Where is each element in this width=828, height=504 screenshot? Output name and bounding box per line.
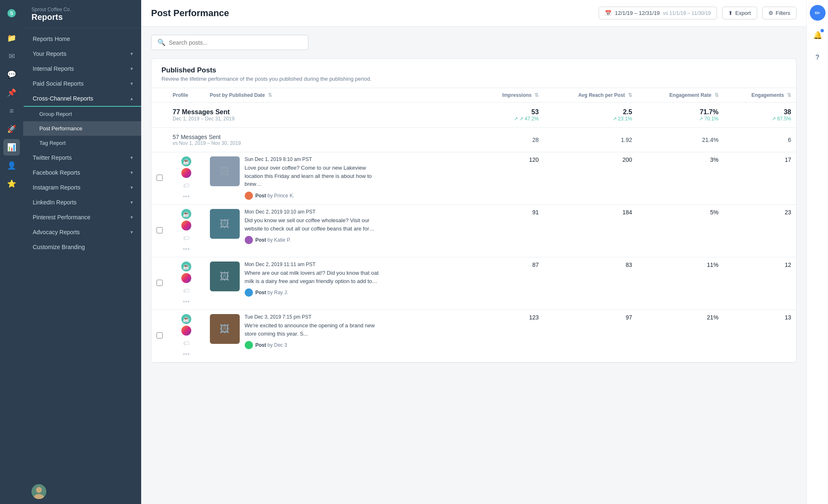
chevron-down-icon: ▾ — [130, 185, 133, 190]
sidebar-item-linkedin-reports[interactable]: LinkedIn Reports ▾ — [23, 195, 141, 210]
row-icons-cell: ☕ 🏷 ••• — [168, 205, 205, 257]
tag-icon[interactable]: 🏷 — [183, 287, 190, 295]
row-checkbox[interactable] — [156, 280, 163, 286]
chevron-down-icon: ▾ — [130, 66, 133, 72]
row-engagements: 17 — [724, 152, 797, 205]
compare-range-text: vs 11/1/19 – 11/30/19 — [663, 10, 711, 16]
row-engagement-rate: 3% — [637, 152, 724, 205]
summary-avg-reach: 2.5 — [549, 108, 632, 116]
more-options-icon[interactable]: ••• — [183, 245, 190, 253]
chevron-down-icon: ▾ — [130, 199, 133, 205]
sidebar-item-your-reports[interactable]: Your Reports ▾ — [23, 46, 141, 61]
coffee-icon: ☕ — [181, 156, 191, 166]
compare-engagements: 6 — [729, 137, 792, 143]
more-options-icon[interactable]: ••• — [183, 350, 190, 358]
sidebar-item-cross-channel-reports[interactable]: Cross-Channel Reports ▴ — [23, 91, 141, 107]
row-checkbox-cell[interactable] — [152, 205, 168, 257]
sort-icon: ⇅ — [715, 92, 719, 98]
row-checkbox-cell[interactable] — [152, 310, 168, 362]
svg-point-2 — [36, 487, 42, 493]
row-checkbox-cell[interactable] — [152, 152, 168, 205]
row-content-cell: 🖼 Mon Dec 2, 2019 10:10 am PST Did you k… — [205, 205, 476, 257]
row-content-cell: 🖼 Tue Dec 3, 2019 7:15 pm PST We're exci… — [205, 310, 476, 362]
col-impressions[interactable]: Impressions ⇅ — [476, 88, 544, 103]
post-thumbnail: 🖼 — [210, 314, 240, 344]
tag-icon[interactable]: 🏷 — [183, 340, 190, 347]
instagram-icon — [181, 273, 191, 283]
sidebar-item-paid-social-reports[interactable]: Paid Social Reports ▾ — [23, 76, 141, 91]
table-header: Profile Post by Published Date ⇅ Impress… — [152, 88, 796, 103]
page-title: Post Performance — [151, 8, 594, 19]
summary-avg-reach-delta: ↗ 23.1% — [549, 116, 632, 122]
row-checkbox[interactable] — [156, 332, 163, 338]
brand-icon[interactable]: S — [3, 5, 20, 22]
sidebar-item-group-report[interactable]: Group Report — [23, 107, 141, 121]
sidebar-item-pinterest-performance[interactable]: Pinterest Performance ▾ — [23, 210, 141, 225]
col-engagements[interactable]: Engagements ⇅ — [724, 88, 797, 103]
chevron-down-icon: ▾ — [130, 214, 133, 220]
row-impressions: 123 — [476, 310, 544, 362]
tasks-icon[interactable]: ≡ — [3, 103, 20, 119]
post-author: Post by Prince K. — [245, 192, 385, 200]
sidebar-header: Sprout Coffee Co. Reports — [23, 0, 141, 28]
sidebar-item-customize-branding[interactable]: Customize Branding — [23, 240, 141, 254]
row-checkbox[interactable] — [156, 227, 163, 233]
notification-dot — [821, 29, 824, 32]
listening-icon[interactable]: 👤 — [3, 157, 20, 174]
row-impressions: 120 — [476, 152, 544, 205]
help-icon[interactable]: ? — [810, 50, 826, 65]
sidebar-item-instagram-reports[interactable]: Instagram Reports ▾ — [23, 180, 141, 195]
instagram-icon — [181, 326, 191, 336]
advocacy-icon[interactable]: ⭐ — [3, 175, 20, 192]
inbox-icon[interactable]: ✉ — [3, 48, 20, 65]
compose-button[interactable]: ✏ — [810, 5, 826, 21]
more-options-icon[interactable]: ••• — [183, 298, 190, 305]
published-posts-card: Published Posts Review the lifetime perf… — [151, 58, 797, 363]
sidebar-item-reports-home[interactable]: Reports Home — [23, 31, 141, 46]
sidebar-item-post-performance[interactable]: Post Performance — [23, 121, 141, 136]
row-avg-reach: 97 — [544, 310, 637, 362]
tag-icon[interactable]: 🏷 — [183, 235, 190, 242]
row-engagement-rate: 5% — [637, 205, 724, 257]
sidebar-item-twitter-reports[interactable]: Twitter Reports ▾ — [23, 150, 141, 165]
sidebar-item-internal-reports[interactable]: Internal Reports ▾ — [23, 61, 141, 76]
search-input[interactable] — [169, 39, 302, 46]
row-engagements: 12 — [724, 257, 797, 310]
row-checkbox[interactable] — [156, 175, 163, 181]
sidebar-item-advocacy-reports[interactable]: Advocacy Reports ▾ — [23, 225, 141, 240]
more-options-icon[interactable]: ••• — [183, 193, 190, 200]
table-body: 77 Messages Sent Dec 1, 2019 – Dec 31, 2… — [152, 103, 796, 362]
date-range-button[interactable]: 📅 12/1/19 – 12/31/19 vs 11/1/19 – 11/30/… — [599, 7, 717, 19]
row-icons-cell: ☕ 🏷 ••• — [168, 310, 205, 362]
publish-icon[interactable]: 🚀 — [3, 121, 20, 137]
filters-button[interactable]: ⚙ Filters — [762, 7, 797, 19]
posts-table: Profile Post by Published Date ⇅ Impress… — [152, 88, 796, 362]
pin-icon[interactable]: 📌 — [3, 84, 20, 101]
summary-messages-sent: 77 Messages Sent — [173, 108, 471, 116]
main-area: Post Performance 📅 12/1/19 – 12/31/19 vs… — [141, 0, 806, 504]
chevron-down-icon: ▾ — [130, 81, 133, 86]
col-post-date[interactable]: Post by Published Date ⇅ — [205, 88, 476, 103]
col-engagement-rate[interactable]: Engagement Rate ⇅ — [637, 88, 724, 103]
col-avg-reach[interactable]: Avg Reach per Post ⇅ — [544, 88, 637, 103]
sidebar-bottom — [23, 479, 141, 504]
chevron-down-icon: ▾ — [130, 51, 133, 57]
folder-icon[interactable]: 📁 — [3, 30, 20, 46]
messages-icon[interactable]: 💬 — [3, 66, 20, 83]
instagram-icon — [181, 221, 191, 230]
sidebar-item-facebook-reports[interactable]: Facebook Reports ▾ — [23, 165, 141, 180]
row-checkbox-cell[interactable] — [152, 257, 168, 310]
user-avatar[interactable] — [31, 484, 46, 499]
post-thumbnail: 🖼 — [210, 156, 240, 186]
tag-icon[interactable]: 🏷 — [183, 182, 190, 190]
search-icon: 🔍 — [157, 38, 166, 46]
notifications-icon[interactable]: 🔔 — [810, 27, 826, 43]
reports-icon[interactable]: 📊 — [3, 139, 20, 156]
table-row: ☕ 🏷 ••• 🖼 Mon Dec 2, 2019 11:11 am PST W… — [152, 257, 796, 310]
author-text: Post by Ray J. — [255, 290, 288, 295]
post-content-wrap: 🖼 Tue Dec 3, 2019 7:15 pm PST We're exci… — [210, 314, 471, 349]
export-button[interactable]: ⬆ Export — [722, 7, 757, 19]
post-content-wrap: 🖼 Mon Dec 2, 2019 10:10 am PST Did you k… — [210, 209, 471, 244]
sort-icon: ⇅ — [787, 92, 791, 98]
sidebar-item-tag-report[interactable]: Tag Report — [23, 136, 141, 150]
